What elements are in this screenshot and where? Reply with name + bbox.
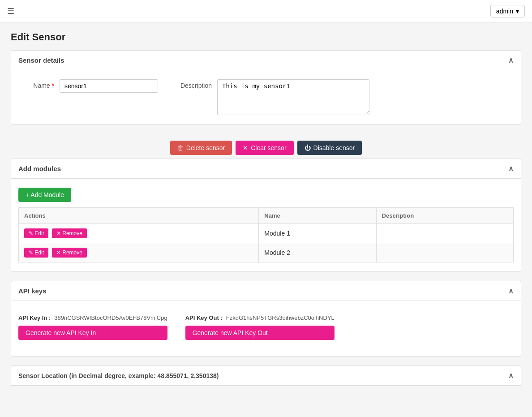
admin-dropdown-button[interactable]: admin ▾ xyxy=(490,5,525,17)
api-key-in-group: API Key In : 389nCGSRWfBtocORD5Av0EFB78V… xyxy=(18,314,167,340)
clear-icon: ✕ xyxy=(243,144,248,151)
add-module-label: + Add Module xyxy=(26,191,64,198)
add-modules-header: Add modules ∧ xyxy=(11,159,521,179)
sensor-details-collapse-icon[interactable]: ∧ xyxy=(508,56,514,64)
sensor-location-collapse-icon[interactable]: ∧ xyxy=(508,371,514,380)
add-modules-collapse-icon[interactable]: ∧ xyxy=(508,164,514,173)
clear-sensor-label: Clear sensor xyxy=(251,144,286,151)
disable-icon: ⏻ xyxy=(305,144,311,151)
sensor-details-card: Sensor details ∧ Name * Description This… xyxy=(11,50,521,125)
sensor-details-body: Name * Description This is my sensor1 xyxy=(11,70,521,124)
api-key-out-value: FzkqG1hsNP5TGRs3oihwebzC0oihNDYL xyxy=(226,314,335,321)
name-label: Name * xyxy=(18,79,54,89)
module2-name: Module 2 xyxy=(259,243,376,262)
module1-remove-button[interactable]: ✕ Remove xyxy=(52,228,87,238)
api-key-in-label-row: API Key In : 389nCGSRWfBtocORD5Av0EFB78V… xyxy=(18,314,167,321)
name-input[interactable] xyxy=(60,79,158,93)
add-modules-title: Add modules xyxy=(18,165,61,172)
generate-api-key-in-button[interactable]: Generate new API Key In xyxy=(18,326,167,340)
sensor-form-row: Name * Description This is my sensor1 xyxy=(18,79,514,115)
api-key-in-label: API Key In : xyxy=(18,314,51,321)
col-actions: Actions xyxy=(19,208,259,224)
module2-actions: ✎ Edit ✕ Remove xyxy=(19,243,259,262)
table-row: ✎ Edit ✕ Remove Module 1 xyxy=(19,224,514,243)
hamburger-icon[interactable]: ☰ xyxy=(7,6,14,16)
top-nav: ☰ admin ▾ xyxy=(0,0,532,22)
module2-remove-button[interactable]: ✕ Remove xyxy=(52,248,87,258)
api-keys-title: API keys xyxy=(18,287,47,295)
modules-table-header-row: Actions Name Description xyxy=(19,208,514,224)
generate-api-key-out-label: Generate new API Key Out xyxy=(193,329,268,336)
add-modules-body: + Add Module Actions Name Description ✎ … xyxy=(11,179,521,271)
api-key-out-label-row: API Key Out : FzkqG1hsNP5TGRs3oihwebzC0o… xyxy=(185,314,335,321)
disable-sensor-label: Disable sensor xyxy=(313,144,355,151)
module1-description xyxy=(376,224,513,243)
delete-sensor-button[interactable]: 🗑 Delete sensor xyxy=(170,141,232,155)
add-modules-card: Add modules ∧ + Add Module Actions Name … xyxy=(11,159,521,272)
api-key-in-value: 389nCGSRWfBtocORD5Av0EFB78VmjCpg xyxy=(54,314,167,321)
module1-name: Module 1 xyxy=(259,224,376,243)
col-description: Description xyxy=(376,208,513,224)
clear-sensor-button[interactable]: ✕ Clear sensor xyxy=(236,141,293,155)
dropdown-arrow-icon: ▾ xyxy=(516,8,519,15)
sensor-location-title: Sensor Location (in Decimal degree, exam… xyxy=(18,372,219,379)
api-keys-body: API Key In : 389nCGSRWfBtocORD5Av0EFB78V… xyxy=(11,301,521,356)
col-name: Name xyxy=(259,208,376,224)
modules-table: Actions Name Description ✎ Edit ✕ Remove… xyxy=(18,207,514,262)
module2-description xyxy=(376,243,513,262)
delete-icon: 🗑 xyxy=(177,144,184,151)
module1-edit-button[interactable]: ✎ Edit xyxy=(24,228,48,238)
sensor-location-card: Sensor Location (in Decimal degree, exam… xyxy=(11,365,521,386)
api-keys-row: API Key In : 389nCGSRWfBtocORD5Av0EFB78V… xyxy=(18,310,514,347)
module1-actions: ✎ Edit ✕ Remove xyxy=(19,224,259,243)
add-module-button[interactable]: + Add Module xyxy=(18,188,71,202)
generate-api-key-in-label: Generate new API Key In xyxy=(26,329,96,336)
page-title: Edit Sensor xyxy=(11,31,521,43)
api-keys-header: API keys ∧ xyxy=(11,281,521,301)
main-content: Edit Sensor Sensor details ∧ Name * Desc… xyxy=(0,22,532,404)
sensor-location-header: Sensor Location (in Decimal degree, exam… xyxy=(11,366,521,386)
api-keys-collapse-icon[interactable]: ∧ xyxy=(508,287,514,295)
sensor-details-title: Sensor details xyxy=(18,56,64,64)
delete-sensor-label: Delete sensor xyxy=(186,144,225,151)
modules-table-body: ✎ Edit ✕ Remove Module 1 ✎ Edit ✕ Remove… xyxy=(19,224,514,262)
description-textarea[interactable]: This is my sensor1 xyxy=(217,79,369,115)
required-star: * xyxy=(52,82,54,89)
disable-sensor-button[interactable]: ⏻ Disable sensor xyxy=(297,141,362,155)
description-form-group: Description This is my sensor1 xyxy=(176,79,369,115)
api-key-out-label: API Key Out : xyxy=(185,314,223,321)
api-keys-card: API keys ∧ API Key In : 389nCGSRWfBtocOR… xyxy=(11,281,521,357)
modules-table-head: Actions Name Description xyxy=(19,208,514,224)
generate-api-key-out-button[interactable]: Generate new API Key Out xyxy=(185,326,335,340)
name-form-group: Name * xyxy=(18,79,158,93)
module2-edit-button[interactable]: ✎ Edit xyxy=(24,248,48,258)
sensor-details-header: Sensor details ∧ xyxy=(11,51,521,70)
description-label: Description xyxy=(176,79,212,89)
admin-label: admin xyxy=(496,8,513,15)
action-buttons-row: 🗑 Delete sensor ✕ Clear sensor ⏻ Disable… xyxy=(11,133,521,159)
api-key-out-group: API Key Out : FzkqG1hsNP5TGRs3oihwebzC0o… xyxy=(185,314,335,340)
table-row: ✎ Edit ✕ Remove Module 2 xyxy=(19,243,514,262)
